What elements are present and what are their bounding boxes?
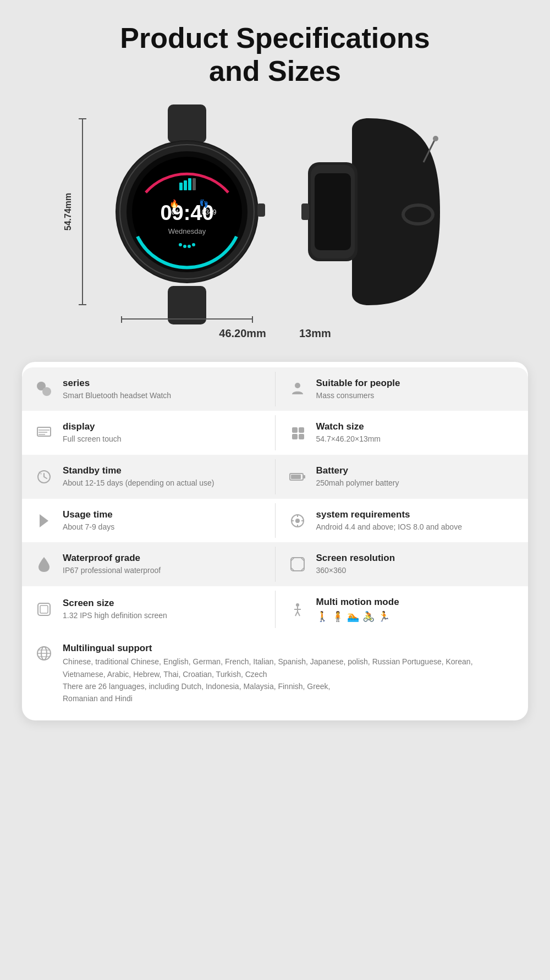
spec-cell-motion: Multi motion mode 🚶 🧍 🏊 🚴 🏃 — [276, 586, 529, 632]
screensize-title: Screen size — [63, 597, 167, 609]
dimensions-row: 46.20mm 13mm — [219, 327, 331, 340]
specs-card: series Smart Bluetooth headset Watch Sui… — [22, 362, 528, 720]
width-dimension: 46.20mm — [219, 327, 266, 340]
watch-images-section: 54.74mm 09:40 Wednesday — [0, 88, 550, 324]
spec-cell-screensize: Screen size 1.32 IPS high definition scr… — [22, 586, 275, 632]
svg-point-47 — [295, 519, 300, 523]
svg-point-19 — [188, 245, 191, 248]
battery-title: Battery — [316, 465, 399, 477]
svg-point-20 — [192, 243, 195, 246]
screenres-value: 360×360 — [316, 565, 395, 576]
battery-icon — [287, 466, 309, 488]
svg-rect-58 — [40, 605, 48, 613]
height-dimension-label: 54.74mm — [63, 192, 73, 230]
spec-cell-series: series Smart Bluetooth headset Watch — [22, 367, 275, 411]
spec-cell-waterproof: Waterproof grade IP67 professional water… — [22, 542, 275, 586]
spec-cell-sysreq: system requirements Android 4.4 and abov… — [276, 499, 529, 543]
svg-rect-37 — [292, 427, 298, 433]
suitable-value: Mass consumers — [316, 390, 400, 401]
svg-point-27 — [405, 207, 431, 222]
motion-title: Multi motion mode — [316, 596, 399, 608]
spec-cell-suitable: Suitable for people Mass consumers — [276, 367, 529, 411]
motion-icon-3: 🏊 — [347, 610, 359, 623]
svg-point-59 — [296, 603, 299, 607]
multilingual-title: Multilingual support — [63, 642, 517, 654]
svg-rect-43 — [303, 475, 305, 478]
waterproof-value: IP67 professional waterproof — [63, 565, 161, 576]
svg-marker-45 — [40, 514, 48, 527]
spec-cell-usage: Usage time About 7-9 days — [22, 499, 275, 543]
spec-cell-display: display Full screen touch — [22, 411, 275, 455]
svg-rect-44 — [291, 475, 301, 479]
svg-line-63 — [298, 612, 300, 616]
svg-rect-39 — [292, 434, 298, 439]
svg-rect-0 — [168, 104, 206, 143]
spec-cell-watchsize: Watch size 54.7×46.20×13mm — [276, 411, 529, 455]
waterproof-icon — [33, 553, 55, 575]
waterproof-title: Waterproof grade — [63, 552, 161, 564]
svg-text:🔥: 🔥 — [169, 199, 179, 208]
motion-icon-5: 🏃 — [378, 610, 390, 623]
watch-side-image — [292, 107, 446, 316]
svg-point-29 — [433, 136, 438, 141]
series-icon — [33, 378, 55, 400]
page-title: Product Specifications and Sizes — [87, 22, 463, 88]
svg-rect-21 — [257, 203, 265, 217]
svg-rect-52 — [291, 558, 304, 571]
svg-rect-10 — [184, 180, 187, 190]
sysreq-value: Android 4.4 and above; IOS 8.0 and above — [316, 522, 462, 533]
screensize-value: 1.32 IPS high definition screen — [63, 610, 167, 621]
spec-row-6: Screen size 1.32 IPS high definition scr… — [22, 586, 528, 632]
svg-line-62 — [295, 612, 298, 616]
multilingual-icon — [33, 642, 55, 664]
watch-side-container — [292, 107, 446, 316]
spec-cell-screenres: Screen resolution 360×360 — [276, 542, 529, 586]
series-title: series — [63, 377, 171, 389]
standby-icon — [33, 466, 55, 488]
svg-rect-9 — [179, 183, 183, 190]
standby-value: About 12-15 days (depending on actual us… — [63, 478, 215, 489]
usage-title: Usage time — [63, 509, 114, 521]
sysreq-icon — [287, 510, 309, 532]
battery-value: 250mah polymer battery — [316, 478, 399, 489]
svg-rect-24 — [315, 173, 351, 250]
display-title: display — [63, 421, 122, 433]
svg-point-32 — [295, 383, 300, 388]
motion-icon — [287, 598, 309, 620]
multilingual-value: Chinese, traditional Chinese, English, G… — [63, 656, 503, 705]
motion-icons-row: 🚶 🧍 🏊 🚴 🏃 — [316, 610, 399, 623]
standby-title: Standby time — [63, 465, 215, 477]
svg-text:Wednesday: Wednesday — [168, 227, 206, 235]
display-icon — [33, 422, 55, 444]
svg-point-17 — [179, 243, 182, 246]
watchsize-value: 54.7×46.20×13mm — [316, 434, 381, 445]
svg-point-31 — [42, 387, 51, 396]
spec-row-multilingual: Multilingual support Chinese, traditiona… — [22, 632, 528, 715]
svg-text:10349: 10349 — [198, 208, 217, 216]
svg-point-18 — [183, 245, 186, 248]
spec-row-5: Waterproof grade IP67 professional water… — [22, 542, 528, 586]
display-value: Full screen touch — [63, 434, 122, 445]
screensize-icon — [33, 598, 55, 620]
svg-text:104: 104 — [168, 208, 179, 216]
svg-rect-11 — [188, 178, 191, 190]
watchsize-icon — [287, 422, 309, 444]
motion-icon-2: 🧍 — [332, 610, 344, 623]
series-value: Smart Bluetooth headset Watch — [63, 390, 171, 401]
watch-front-image: 09:40 Wednesday 🔥 104 👣 10349 — [105, 104, 270, 324]
svg-rect-12 — [193, 178, 196, 190]
usage-value: About 7-9 days — [63, 522, 114, 533]
watch-front-container: 54.74mm 09:40 Wednesday — [105, 104, 270, 319]
svg-rect-38 — [299, 427, 304, 433]
motion-icon-4: 🚴 — [362, 610, 375, 623]
motion-icon-1: 🚶 — [316, 610, 328, 623]
depth-dimension: 13mm — [299, 327, 331, 340]
screenres-title: Screen resolution — [316, 552, 395, 564]
spec-row-3: Standby time About 12-15 days (depending… — [22, 455, 528, 499]
svg-rect-40 — [299, 434, 304, 439]
svg-text:👣: 👣 — [199, 199, 209, 208]
watchsize-title: Watch size — [316, 421, 381, 433]
suitable-title: Suitable for people — [316, 377, 400, 389]
spec-row-1: series Smart Bluetooth headset Watch Sui… — [22, 367, 528, 411]
spec-cell-standby: Standby time About 12-15 days (depending… — [22, 455, 275, 499]
